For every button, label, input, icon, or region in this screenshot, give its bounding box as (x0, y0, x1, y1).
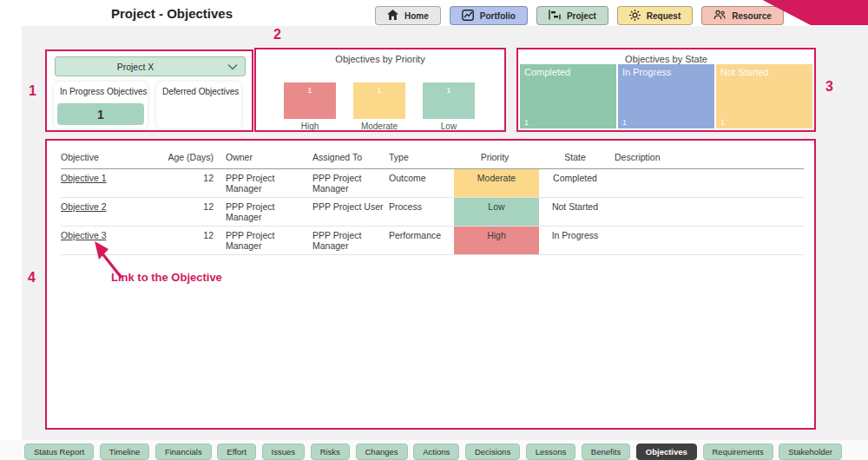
col-header-description: Description (615, 148, 804, 169)
chevron-down-icon (227, 63, 238, 70)
cell-assigned-to: PPP Project Manager (312, 227, 389, 255)
cell-assigned-to: PPP Project Manager (312, 169, 389, 198)
bar-rect-high[interactable]: 1 (284, 82, 336, 119)
footer-tab-decisions[interactable]: Decisions (465, 444, 520, 460)
home-icon (387, 10, 398, 22)
bar-rect-moderate[interactable]: 1 (353, 82, 405, 119)
footer-tab-objectives[interactable]: Objectives (636, 444, 697, 460)
treemap-value: 1 (524, 118, 529, 127)
col-header-priority: Priority (454, 148, 539, 169)
nav-bar: Home Portfolio Project Request (375, 6, 784, 25)
cell-owner: PPP Project Manager (226, 198, 312, 227)
nav-home-button[interactable]: Home (375, 6, 441, 25)
col-header-age: Age (Days) (162, 148, 226, 169)
footer-tab-timeline[interactable]: Timeline (100, 444, 150, 460)
nav-portfolio-label: Portfolio (480, 11, 516, 21)
priority-chart-panel: Objectives by Priority 1 High 1 Moderate… (254, 48, 506, 132)
bar-value: 1 (423, 85, 475, 95)
state-treemap: Completed 1 In Progress 1 Not Started 1 (520, 64, 812, 128)
page-title: Project - Objectives (111, 6, 233, 21)
cell-description (615, 198, 804, 227)
kpi-card-deferred: Deferred Objectives (156, 82, 241, 128)
bar-category-label: High (284, 122, 336, 131)
footer-tab-stakeholder[interactable]: Stakeholder (779, 444, 842, 460)
cell-state: Completed (539, 169, 615, 198)
annotation-marker-4: 4 (28, 270, 36, 286)
cell-owner: PPP Project Manager (226, 169, 312, 198)
objective-link[interactable]: Objective 2 (61, 201, 107, 212)
cell-type: Outcome (389, 169, 454, 198)
bar-high[interactable]: 1 High (284, 82, 336, 131)
cell-description (615, 227, 804, 255)
nav-project-label: Project (567, 11, 596, 21)
cell-owner: PPP Project Manager (226, 227, 312, 255)
treemap-block-completed[interactable]: Completed 1 (520, 64, 616, 128)
nav-resource-label: Resource (732, 11, 772, 21)
project-dropdown[interactable]: Project X (55, 56, 246, 76)
footer-tabbar: Status ReportTimelineFinancialsEffortIss… (24, 444, 842, 460)
col-header-type: Type (389, 148, 454, 169)
bar-rect-low[interactable]: 1 (423, 82, 475, 119)
treemap-block-in-progress[interactable]: In Progress 1 (618, 64, 714, 128)
treemap-value: 1 (720, 118, 725, 127)
footer-bar: Status ReportTimelineFinancialsEffortIss… (0, 440, 868, 460)
table-row: Objective 2 12 PPP Project Manager PPP P… (61, 198, 804, 227)
objectives-table-panel: Objective Age (Days) Owner Assigned To T… (45, 139, 816, 430)
table-row: Objective 3 12 PPP Project Manager PPP P… (61, 227, 804, 255)
bar-category-label: Low (423, 122, 475, 131)
priority-bar-group: 1 High 1 Moderate 1 Low (284, 82, 475, 131)
cell-priority: Low (454, 198, 539, 227)
annotation-marker-2: 2 (273, 27, 281, 43)
footer-tab-status-report[interactable]: Status Report (24, 444, 94, 460)
treemap-label: Not Started (720, 67, 769, 77)
cell-age: 12 (162, 227, 226, 255)
treemap-label: In Progress (622, 67, 671, 77)
cell-state: Not Started (539, 198, 615, 227)
footer-tab-risks[interactable]: Risks (311, 444, 350, 460)
footer-tab-financials[interactable]: Financials (155, 444, 212, 460)
col-header-objective: Objective (61, 148, 162, 169)
footer-tab-effort[interactable]: Effort (217, 444, 256, 460)
request-gear-icon (629, 10, 641, 23)
priority-chart-title: Objectives by Priority (256, 54, 504, 64)
cell-priority: High (454, 227, 539, 255)
nav-home-label: Home (404, 11, 429, 21)
bar-moderate[interactable]: 1 Moderate (353, 82, 405, 131)
treemap-label: Completed (524, 67, 570, 77)
nav-project-button[interactable]: Project (536, 6, 608, 25)
header-bar: Project - Objectives Home Portfolio Proj… (0, 0, 868, 26)
footer-tab-lessons[interactable]: Lessons (526, 444, 575, 460)
portfolio-chart-icon (462, 10, 474, 23)
col-header-owner: Owner (226, 148, 312, 169)
filter-kpi-panel: Project X In Progress Objectives 1 Defer… (45, 49, 253, 132)
footer-tab-issues[interactable]: Issues (262, 444, 305, 460)
annotation-marker-1: 1 (29, 83, 36, 99)
footer-tab-changes[interactable]: Changes (356, 444, 408, 460)
annotation-marker-3: 3 (825, 79, 833, 95)
col-header-state: State (539, 148, 615, 169)
table-row: Objective 1 12 PPP Project Manager PPP P… (61, 169, 804, 198)
nav-resource-button[interactable]: Resource (701, 6, 784, 25)
treemap-block-not-started[interactable]: Not Started 1 (716, 64, 812, 128)
footer-tab-requirements[interactable]: Requirements (703, 444, 773, 460)
col-header-assigned-to: Assigned To (312, 148, 389, 169)
cell-description (615, 169, 804, 198)
nav-portfolio-button[interactable]: Portfolio (450, 6, 528, 25)
cell-priority: Moderate (454, 169, 539, 198)
footer-tab-benefits[interactable]: Benefits (582, 444, 630, 460)
nav-request-button[interactable]: Request (617, 6, 693, 25)
objectives-table: Objective Age (Days) Owner Assigned To T… (61, 148, 804, 255)
treemap-value: 1 (622, 118, 627, 127)
cell-age: 12 (162, 198, 226, 227)
footer-tab-actions[interactable]: Actions (413, 444, 459, 460)
project-gantt-icon (549, 10, 561, 22)
state-treemap-panel: Objectives by State Completed 1 In Progr… (516, 48, 816, 132)
nav-request-label: Request (647, 11, 681, 21)
objective-link[interactable]: Objective 1 (61, 173, 107, 183)
cell-state: In Progress (539, 227, 615, 255)
cell-type: Performance (389, 227, 454, 255)
bar-value: 1 (284, 85, 336, 95)
annotation-link-note: Link to the Objective (111, 271, 222, 284)
cell-type: Process (389, 198, 454, 227)
bar-low[interactable]: 1 Low (423, 82, 475, 131)
